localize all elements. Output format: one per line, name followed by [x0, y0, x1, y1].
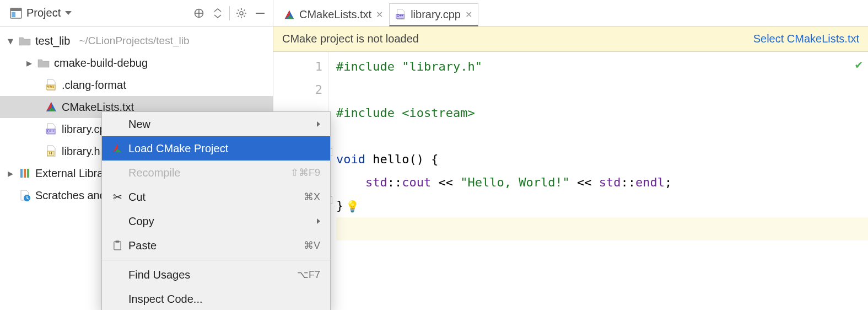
- svg-text:C++: C++: [397, 14, 403, 18]
- menu-item-cut[interactable]: ✂ Cut ⌘X: [102, 185, 330, 209]
- svg-rect-18: [24, 169, 26, 178]
- project-view-selector[interactable]: Project: [6, 4, 76, 22]
- svg-rect-30: [116, 240, 120, 243]
- tab-cmakelists[interactable]: CMakeLists.txt ✕: [278, 3, 389, 26]
- tab-label: library.cpp: [411, 8, 461, 21]
- code-area[interactable]: ✔ #include "library.h" #include <iostrea…: [328, 52, 868, 310]
- folder-icon: [37, 57, 50, 69]
- tree-label: .clang-format: [62, 79, 126, 92]
- code-line: #include <iostream>: [336, 101, 868, 125]
- menu-item-load-cmake[interactable]: Load CMake Project: [102, 136, 330, 161]
- svg-rect-29: [114, 242, 121, 250]
- cpp-file-icon: C++: [395, 9, 406, 20]
- chevron-down-icon[interactable]: ▾: [7, 37, 14, 45]
- svg-rect-2: [12, 12, 15, 17]
- tree-folder[interactable]: ▸ cmake-build-debug: [0, 52, 273, 74]
- context-menu: New Load CMake Project Recompile ⇧⌘F9 ✂ …: [101, 111, 331, 310]
- menu-item-inspect-code[interactable]: Inspect Code...: [102, 287, 330, 310]
- svg-text:YML: YML: [47, 85, 56, 89]
- tree-label: library.h: [62, 145, 100, 158]
- menu-item-paste[interactable]: Paste ⌘V: [102, 233, 330, 258]
- menu-item-new[interactable]: New: [102, 112, 330, 136]
- tree-root[interactable]: ▾ test_lib ~/CLionProjects/test_lib: [0, 30, 273, 52]
- h-file-icon: H: [45, 145, 57, 157]
- svg-text:C++: C++: [47, 129, 54, 133]
- close-icon[interactable]: ✕: [465, 9, 472, 20]
- library-icon: [19, 167, 31, 179]
- svg-text:H: H: [49, 151, 52, 156]
- tree-label: cmake-build-debug: [54, 57, 148, 70]
- svg-rect-7: [256, 13, 265, 14]
- intention-bulb-icon[interactable]: 💡: [346, 195, 359, 218]
- cmake-icon: [112, 143, 123, 154]
- code-line: void hello() {: [336, 148, 868, 171]
- analysis-ok-icon[interactable]: ✔: [855, 57, 862, 71]
- chevron-down-icon: [65, 11, 72, 15]
- banner-action-link[interactable]: Select CMakeLists.txt: [753, 33, 859, 45]
- tab-label: CMakeLists.txt: [299, 8, 371, 21]
- scratches-icon: [19, 189, 31, 201]
- notification-banner: CMake project is not loaded Select CMake…: [273, 26, 868, 52]
- code-line: #include "library.h": [336, 55, 868, 78]
- tab-library-cpp[interactable]: C++ library.cpp ✕: [389, 3, 478, 26]
- code-line: [336, 125, 868, 148]
- chevron-right-icon: [317, 218, 320, 224]
- menu-item-copy[interactable]: Copy: [102, 209, 330, 233]
- chevron-right-icon[interactable]: ▸: [25, 59, 33, 67]
- cmake-file-icon: [45, 101, 57, 113]
- tree-root-path: ~/CLionProjects/test_lib: [79, 35, 189, 47]
- svg-rect-19: [27, 169, 29, 178]
- menu-item-find-usages[interactable]: Find Usages ⌥F7: [102, 263, 330, 287]
- project-view-label: Project: [26, 7, 61, 19]
- svg-rect-17: [20, 169, 23, 178]
- menu-separator: [102, 260, 330, 260]
- clipboard-icon: [112, 240, 123, 251]
- scissors-icon: ✂: [112, 191, 123, 202]
- banner-message: CMake project is not loaded: [282, 33, 753, 45]
- select-opened-file-button[interactable]: [192, 6, 206, 20]
- code-line: }💡: [336, 194, 868, 217]
- chevron-right-icon[interactable]: ▸: [7, 169, 14, 177]
- chevron-right-icon: [317, 121, 320, 127]
- code-line: std::cout << "Hello, World!" << std::end…: [336, 171, 868, 194]
- editor-body: 1 2 − − ✔ #include "library.h" #include …: [273, 52, 868, 310]
- editor-tabs: CMakeLists.txt ✕ C++ library.cpp ✕: [273, 0, 868, 26]
- expand-all-button[interactable]: [211, 6, 225, 20]
- code-line: [336, 217, 868, 240]
- tree-root-label: test_lib: [35, 35, 70, 47]
- folder-icon: [19, 35, 31, 47]
- hide-button[interactable]: [253, 6, 267, 20]
- settings-button[interactable]: [234, 6, 249, 20]
- cpp-file-icon: C++: [45, 123, 57, 135]
- svg-rect-1: [10, 8, 21, 11]
- close-icon[interactable]: ✕: [376, 9, 383, 20]
- tree-file[interactable]: YML .clang-format: [0, 74, 273, 96]
- yml-file-icon: YML: [45, 79, 57, 91]
- sidebar-toolbar: Project: [0, 0, 273, 26]
- svg-point-6: [240, 12, 243, 15]
- menu-item-recompile: Recompile ⇧⌘F9: [102, 161, 330, 185]
- code-line: [336, 78, 868, 101]
- cmake-file-icon: [284, 9, 295, 20]
- editor-pane: CMakeLists.txt ✕ C++ library.cpp ✕ CMake…: [273, 0, 868, 310]
- project-window-icon: [10, 7, 22, 19]
- line-number: 2: [273, 78, 322, 101]
- line-number: 1: [273, 55, 322, 78]
